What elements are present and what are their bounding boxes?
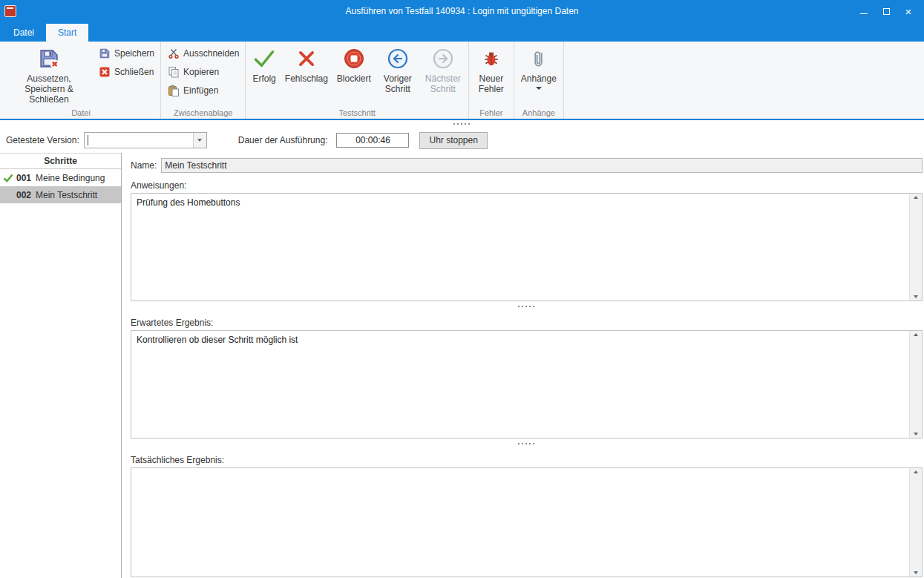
erfolg-label: Erfolg (252, 73, 275, 84)
titlebar: Ausführen von Testfall 140934 : Login mi… (0, 0, 924, 22)
minimize-icon (860, 13, 868, 14)
instructions-scrollbar[interactable] (909, 194, 922, 301)
actual-result-textarea[interactable] (131, 468, 909, 577)
step-label: Mein Testschritt (36, 190, 97, 200)
paste-button[interactable]: Einfügen (163, 82, 243, 99)
tab-datei[interactable]: Datei (1, 24, 46, 42)
cut-label: Ausschneiden (183, 48, 239, 59)
close-button[interactable]: × (897, 0, 920, 22)
maximize-icon (883, 8, 890, 15)
ribbon-group-datei: Aussetzen, Speichern & Schließen Speiche… (1, 42, 161, 119)
naechster-schritt-button[interactable]: Nächster Schritt (420, 43, 466, 96)
tab-start[interactable]: Start (46, 24, 88, 42)
scroll-up-icon (914, 470, 918, 473)
chevron-down-icon (197, 139, 202, 142)
voriger-schritt-label: Voriger Schritt (380, 73, 416, 94)
copy-button[interactable]: Kopieren (163, 64, 243, 80)
step-row-002[interactable]: 002 Mein Testschritt (0, 186, 121, 203)
naechster-schritt-label: Nächster Schritt (425, 73, 462, 94)
neuer-fehler-label: Neuer Fehler (476, 73, 507, 94)
neuer-fehler-button[interactable]: Neuer Fehler (471, 43, 511, 96)
instructions-textarea[interactable]: Prüfung des Homebuttons (131, 194, 909, 301)
group-label-datei: Datei (1, 108, 160, 117)
erfolg-button[interactable]: Erfolg (248, 43, 280, 86)
tested-version-combobox[interactable] (84, 132, 207, 148)
name-field[interactable] (161, 158, 923, 173)
ribbon-group-testschritt: Erfolg Fehlschlag Blocki (246, 42, 468, 119)
scissors-icon (167, 47, 180, 59)
blockiert-button[interactable]: Blockiert (332, 43, 376, 86)
ribbon-group-anhaenge: Anhänge Anhänge (514, 42, 564, 119)
close-testcase-label: Schließen (114, 67, 154, 77)
minimize-button[interactable] (853, 0, 875, 22)
save-label: Speichern (114, 48, 154, 59)
instructions-label: Anweisungen: (131, 180, 923, 191)
actual-result-box (131, 467, 923, 577)
window-controls: × (853, 0, 920, 22)
x-icon (297, 45, 316, 72)
grip-dots-icon (518, 306, 520, 307)
copy-icon (167, 66, 180, 78)
chevron-down-icon (536, 87, 542, 90)
blockiert-label: Blockiert (337, 73, 371, 84)
combobox-dropdown-button[interactable] (193, 133, 206, 148)
anhaenge-label: Anhänge (521, 73, 557, 84)
bug-icon (482, 45, 501, 72)
paperclip-icon (532, 45, 545, 72)
expected-result-label: Erwartetes Ergebnis: (131, 318, 923, 328)
group-label-zwischenablage: Zwischenablage (161, 108, 245, 117)
close-icon: × (905, 6, 912, 17)
step-number: 002 (16, 190, 31, 200)
window-title: Ausführen von Testfall 140934 : Login mi… (0, 6, 924, 16)
scroll-down-icon (914, 571, 918, 574)
ribbon-grip[interactable] (0, 120, 924, 128)
grip-dots-icon (518, 443, 520, 444)
duration-label: Dauer der Ausführung: (238, 135, 328, 145)
voriger-schritt-button[interactable]: Voriger Schritt (376, 43, 420, 96)
close-testcase-button[interactable]: Schließen (94, 64, 158, 80)
anhaenge-button[interactable]: Anhänge (517, 43, 561, 92)
group-label-fehler: Fehler (469, 108, 514, 117)
save-button[interactable]: Speichern (94, 45, 158, 62)
splitter-grip[interactable] (131, 439, 923, 448)
close-red-icon (98, 66, 111, 78)
arrow-left-circle-icon (387, 45, 408, 72)
ribbon-group-zwischenablage: Ausschneiden Kopieren (161, 42, 246, 119)
splitter-grip[interactable] (131, 301, 923, 311)
paste-icon (167, 85, 180, 96)
fehlschlag-label: Fehlschlag (285, 73, 328, 84)
expected-result-textarea[interactable]: Kontrollieren ob dieser Schritt möglich … (131, 331, 909, 438)
ribbon-group-fehler: Neuer Fehler Fehler (469, 42, 514, 119)
save-icon (98, 47, 111, 59)
arrow-right-circle-icon (433, 45, 453, 72)
steps-panel: Schritte 001 Meine Bedingung 002 Mein Te… (0, 153, 122, 578)
app-icon[interactable] (4, 5, 16, 17)
stop-clock-button[interactable]: Uhr stoppen (419, 132, 487, 149)
text-caret (88, 135, 88, 145)
step-row-001[interactable]: 001 Meine Bedingung (0, 169, 121, 186)
main-content: Schritte 001 Meine Bedingung 002 Mein Te… (0, 153, 924, 578)
group-label-testschritt: Testschritt (246, 108, 468, 117)
instructions-box: Prüfung des Homebuttons (131, 193, 923, 301)
expected-result-box: Kontrollieren ob dieser Schritt möglich … (131, 330, 923, 439)
step-passed-check-icon (3, 174, 16, 183)
suspend-save-close-button[interactable]: Aussetzen, Speichern & Schließen (4, 43, 94, 107)
steps-panel-header: Schritte (0, 153, 121, 169)
cut-button[interactable]: Ausschneiden (163, 45, 243, 62)
scroll-down-icon (914, 295, 918, 298)
ribbon: Aussetzen, Speichern & Schließen Speiche… (0, 42, 924, 120)
actual-result-label: Tatsächliches Ergebnis: (131, 455, 923, 465)
expected-result-scrollbar[interactable] (909, 331, 922, 438)
save-close-icon (38, 45, 60, 72)
ribbon-tab-bar: Datei Start (0, 22, 924, 42)
maximize-button[interactable] (875, 0, 897, 22)
actual-result-scrollbar[interactable] (909, 468, 922, 577)
step-label: Meine Bedingung (36, 173, 105, 183)
duration-field[interactable] (336, 133, 409, 148)
fehlschlag-button[interactable]: Fehlschlag (281, 43, 332, 86)
execution-toolbar: Getestete Version: Dauer der Ausführung:… (0, 128, 924, 153)
stop-icon (344, 45, 364, 72)
scroll-down-icon (914, 433, 918, 436)
tested-version-label: Getestete Version: (6, 135, 79, 145)
suspend-save-close-label: Aussetzen, Speichern & Schließen (8, 73, 90, 105)
